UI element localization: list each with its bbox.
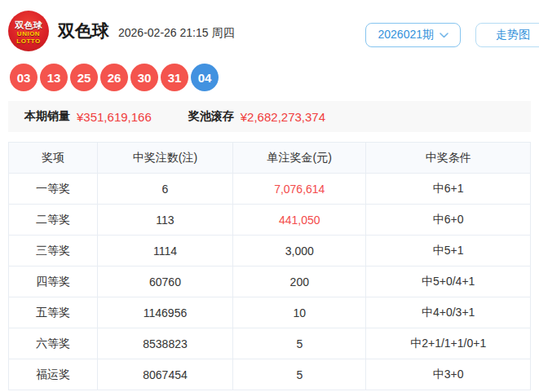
red-ball: 30 — [130, 64, 158, 91]
table-row: 二等奖113441,050中6+0 — [9, 205, 531, 236]
red-ball: 26 — [100, 64, 128, 91]
red-ball: 13 — [40, 64, 68, 91]
win-condition-cell: 中6+1 — [366, 174, 531, 205]
prize-amount-cell: 441,050 — [233, 205, 366, 236]
win-condition-cell: 中2+1/1+1/0+1 — [366, 328, 531, 359]
prize-name-cell: 一等奖 — [9, 174, 98, 205]
table-row: 福运奖80674545中3+0 — [9, 359, 531, 390]
sales-value: ¥351,619,166 — [77, 110, 152, 124]
column-header: 奖项 — [9, 143, 98, 174]
win-count-cell: 113 — [97, 205, 232, 236]
page-header: 双色球 UNION LOTTO 双色球 2026-02-26 21:15 周四 … — [0, 0, 539, 52]
win-condition-cell: 中5+1 — [366, 236, 531, 266]
prize-amount-cell: 5 — [233, 359, 366, 390]
win-condition-cell: 中3+0 — [366, 359, 531, 390]
prize-name-cell: 六等奖 — [9, 328, 98, 359]
prize-name-cell: 三等奖 — [9, 236, 98, 266]
pool-label: 奖池滚存 — [188, 109, 234, 124]
logo-text-union: UNION — [17, 31, 40, 37]
win-count-cell: 6 — [97, 174, 232, 205]
chevron-down-icon — [440, 33, 448, 38]
red-ball: 31 — [161, 64, 188, 91]
sales-label: 本期销量 — [24, 109, 70, 124]
win-count-cell: 8067454 — [97, 359, 232, 390]
prize-name-cell: 五等奖 — [9, 297, 98, 328]
winning-numbers-row: 03132526303104 — [10, 64, 539, 91]
win-condition-cell: 中5+0/4+1 — [366, 266, 531, 297]
period-dropdown[interactable]: 2026021期 — [365, 23, 461, 47]
prize-name-cell: 四等奖 — [9, 266, 98, 297]
blue-ball: 04 — [191, 64, 219, 91]
table-row: 四等奖60760200中5+0/4+1 — [9, 266, 531, 297]
column-header: 单注奖金(元) — [233, 143, 366, 174]
table-row: 六等奖85388235中2+1/1+1/0+1 — [9, 328, 531, 359]
sales-summary: 本期销量 ¥351,619,166 — [24, 109, 152, 124]
red-ball: 03 — [10, 64, 38, 91]
prize-amount-cell: 10 — [233, 297, 366, 328]
prize-name-cell: 福运奖 — [9, 359, 98, 390]
period-dropdown-value: 2026021期 — [378, 28, 434, 42]
page-title: 双色球 — [58, 20, 109, 42]
column-header: 中奖注数(注) — [97, 143, 232, 174]
header-controls: 2026021期 走势图 — [365, 23, 531, 47]
prize-table: 奖项中奖注数(注)单注奖金(元)中奖条件 一等奖67,076,614中6+1二等… — [8, 142, 531, 390]
column-header: 中奖条件 — [366, 143, 531, 174]
win-count-cell: 60760 — [97, 266, 232, 297]
prize-table-header-row: 奖项中奖注数(注)单注奖金(元)中奖条件 — [9, 143, 531, 174]
prize-amount-cell: 7,076,614 — [233, 174, 366, 205]
table-row: 一等奖67,076,614中6+1 — [9, 174, 531, 205]
prize-name-cell: 二等奖 — [9, 205, 98, 236]
prize-amount-cell: 200 — [233, 266, 366, 297]
red-ball: 25 — [70, 64, 98, 91]
pool-value: ¥2,682,273,374 — [241, 110, 325, 124]
prize-table-body: 一等奖67,076,614中6+1二等奖113441,050中6+0三等奖111… — [9, 174, 531, 390]
win-condition-cell: 中6+0 — [366, 205, 531, 236]
logo-text-zh: 双色球 — [15, 21, 42, 30]
logo-text-lotto: LOTTO — [16, 38, 40, 45]
win-count-cell: 1114 — [97, 236, 232, 266]
summary-bar: 本期销量 ¥351,619,166 奖池滚存 ¥2,682,273,374 — [8, 101, 531, 132]
prize-amount-cell: 5 — [233, 328, 366, 359]
win-count-cell: 1146956 — [97, 297, 232, 328]
pool-summary: 奖池滚存 ¥2,682,273,374 — [188, 109, 325, 124]
table-row: 五等奖114695610中4+0/3+1 — [9, 297, 531, 328]
win-count-cell: 8538823 — [97, 328, 232, 359]
trend-chart-button[interactable]: 走势图 — [475, 23, 539, 47]
table-row: 三等奖11143,000中5+1 — [9, 236, 531, 266]
prize-amount-cell: 3,000 — [233, 236, 366, 266]
draw-datetime: 2026-02-26 21:15 周四 — [118, 26, 234, 41]
union-lotto-logo-icon: 双色球 UNION LOTTO — [8, 11, 49, 51]
win-condition-cell: 中4+0/3+1 — [366, 297, 531, 328]
